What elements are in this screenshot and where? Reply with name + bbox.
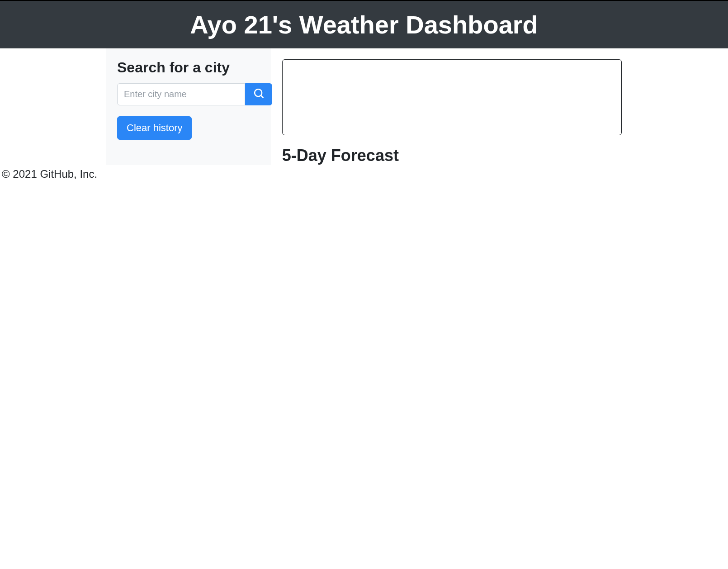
footer: © 2021 GitHub, Inc. [0,165,728,183]
main-content: 5-Day Forecast [282,48,622,165]
main-container: Search for a city Clear history 5-Day Fo… [106,48,622,165]
search-sidebar: Search for a city Clear history [106,48,271,165]
app-header: Ayo 21's Weather Dashboard [0,0,728,48]
search-input-group [117,83,260,105]
current-weather-card [282,59,622,135]
search-icon [254,89,264,100]
city-input[interactable] [117,83,245,105]
search-heading: Search for a city [117,59,260,76]
search-button[interactable] [245,83,272,105]
forecast-heading: 5-Day Forecast [282,146,622,165]
clear-history-button[interactable]: Clear history [117,116,192,140]
page-title: Ayo 21's Weather Dashboard [0,10,728,39]
copyright-text: © 2021 GitHub, Inc. [2,168,97,180]
